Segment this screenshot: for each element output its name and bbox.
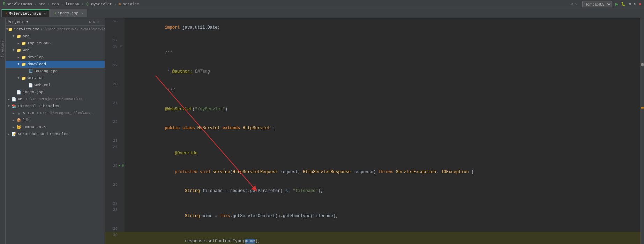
label-scratches: Scratches and Consoles [18,132,68,136]
label-web: web [23,48,30,52]
app-name: ServletDemo [7,2,32,6]
line-num-21: 21 [105,100,118,119]
line-num-23: 23 [105,138,118,144]
tree-item-topit6666[interactable]: ▶ 📁 top.it6666 [6,40,105,47]
tree-item-lib[interactable]: ▶ 📦 lib [6,117,105,124]
line-num-17: 17 [105,37,118,43]
tab-myservlet[interactable]: J MyServlet.java ✕ [1,9,50,17]
sidebar-header-icons: ⊙ ⚙ ⇔ – [89,20,103,24]
tree-item-download[interactable]: ▼ 📁 download [6,61,105,68]
arrow-jdk: ▶ [11,111,16,115]
sidebar-expand-icon[interactable]: ⇔ [97,20,99,24]
sidebar-collapse-icon[interactable]: – [100,20,103,24]
title-bar-breadcrumb: S ServletDemo › src › top › it6666 › ⬡ M… [3,2,570,7]
line-num-18: 18 [105,43,118,62]
detail-xml: F:\IdeaProjectTwo\JavaEE\XML [26,97,85,101]
code-editor[interactable]: 16 import java.util.Date; 17 18 ≡ [105,18,644,244]
line-content-29 [125,225,644,232]
line-content-20: **/ [125,81,644,100]
icon-indexjsp: 📄 [16,89,22,95]
line-content-25: protected void service(HttpServletReques… [125,163,644,182]
icon-jdk: ☕ [16,110,22,116]
update-button[interactable]: ↻ [634,2,636,6]
scrollbar-track[interactable] [641,18,644,244]
line-gutter-16 [118,18,125,37]
detail-jdk: D:\Jdk\Program_Files\Java [40,111,92,115]
tab-indexjsp-close[interactable]: ✕ [81,11,83,15]
debug-button[interactable]: 🐛 [621,2,626,6]
arrow-lib: ▶ [11,118,16,122]
label-lib: lib [23,118,30,122]
icon-webxml: 📄 [28,82,33,88]
tree-item-src[interactable]: ▼ 📁 src [6,33,105,40]
title-bar-controls: ◁ ▷ Tomcat-8.5 ▶ 🐛 ⚙ ↻ ■ [570,1,641,7]
tree-item-servletdemo[interactable]: ▼ 📁 ServlетDemo F:\IdeaProjectTwo\JavaEE… [6,26,105,33]
breadcrumb-it6666: it6666 [65,2,79,6]
scrollbar-thumb[interactable] [641,63,644,66]
icon-topit6666: 📁 [21,40,27,46]
line-content-27 [125,200,644,207]
label-jdk: < 1.8 > [23,111,39,115]
icon-bntangjpg: 🖼 [28,68,33,74]
line-content-24: @Override [125,144,644,163]
tree-item-extlibs[interactable]: ▼ 📚 External Libraries [6,103,105,110]
tree-item-webxml[interactable]: 📄 web.xml [6,82,105,89]
tab-myservlet-close[interactable]: ✕ [44,12,46,16]
code-line-24: 24 @Override [105,144,644,163]
label-xml: XML [18,97,25,101]
icon-lib: 📦 [16,117,22,123]
line-num-16: 16 [105,18,118,37]
nav-forward-icon[interactable]: ▷ [575,2,577,6]
stop-button[interactable]: ■ [639,2,641,6]
tree-item-webinf[interactable]: ▼ 📁 WEB-INF [6,75,105,82]
tree-item-web[interactable]: ▼ 📁 web [6,47,105,54]
sidebar-header: Project ▾ ⊙ ⚙ ⇔ – [6,18,105,26]
tomcat-selector[interactable]: Tomcat-8.5 [582,1,612,7]
sidebar: Project ▾ ⊙ ⚙ ⇔ – ▼ 📁 ServlетDemo F:\Ide… [6,18,105,244]
sidebar-settings-icon[interactable]: ⚙ [93,20,95,24]
line-gutter-17 [118,37,125,43]
arrow-xml: ▶ [6,97,11,101]
line-num-24: 24 [105,144,118,163]
tab-indexjsp[interactable]: J index.jsp ✕ [50,9,87,17]
tree-item-tomcat85[interactable]: ▶ 🐱 Tomcat-8.5 [6,124,105,131]
line-num-25: 25 [105,163,118,182]
tree-item-bntangjpg[interactable]: 🖼 BNTang.jpg [6,68,105,75]
arrow-webinf: ▼ [16,76,21,80]
line-gutter-28 [118,207,125,225]
tree-item-develop[interactable]: ▶ 📁 develop [6,54,105,61]
tree-item-indexjsp[interactable]: 📄 index.jsp [6,89,105,96]
app-icon: S [3,2,5,7]
tab-indexjsp-label: index.jsp [58,11,78,15]
arrow-tomcat85: ▶ [11,125,16,129]
sep5: › [114,2,117,6]
line-gutter-20 [118,81,125,100]
code-line-27: 27 [105,200,644,207]
tree-item-scratches[interactable]: ▶ 📝 Scratches and Consoles [6,131,105,138]
build-button[interactable]: ⚙ [629,2,631,6]
tab-indexjsp-icon: J [54,12,56,15]
tree-item-xml[interactable]: ▶ 📄 XML F:\IdeaProjectTwo\JavaEE\XML [6,96,105,103]
icon-extlibs: 📚 [11,103,17,109]
sidebar-scope-icon[interactable]: ⊙ [89,20,92,24]
tree-item-jdk[interactable]: ▶ ☕ < 1.8 > D:\Jdk\Program_Files\Java [6,110,105,117]
structure-tab[interactable]: Structure [0,39,5,59]
line-content-28: String mime = this.getServletContext().g… [125,207,644,225]
breadcrumb-myservlet: ⬡ [86,2,89,6]
sep2: › [47,2,50,6]
icon-download: 📁 [21,61,27,67]
code-line-20: 20 **/ [105,81,644,100]
line-num-28: 28 [105,207,118,225]
line-gutter-29 [118,225,125,232]
run-button[interactable]: ▶ [615,1,618,7]
icon-servletdemo: 📁 [8,27,13,32]
nav-back-icon[interactable]: ◁ [570,2,573,6]
icon-tomcat85: 🐱 [16,124,22,130]
breadcrumb-service: m [119,2,121,6]
label-develop: develop [28,55,44,59]
line-num-30: 30 [105,232,118,244]
line-num-19: 19 [105,62,118,81]
line-gutter-18: ≡ [118,43,125,62]
line-gutter-21 [118,100,125,119]
line-content-17 [125,37,644,43]
